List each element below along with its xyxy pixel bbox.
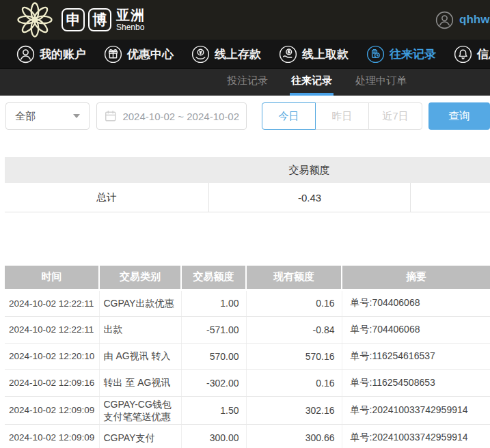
cell-amount: 1.00 [181, 290, 246, 316]
table-row: 2024-10-02 12:09:09 CGPAY支付 300.00 300.6… [5, 424, 490, 448]
user-avatar-icon [435, 11, 454, 29]
cell-note: 单号:116254508653 [342, 369, 490, 396]
cell-type: CGPAY-CG钱包支付笔笔送优惠 [99, 396, 181, 424]
cell-balance: 0.16 [246, 290, 342, 316]
sub-navigation: 投注记录 往来记录 处理中订单 [0, 68, 490, 96]
nav-item-deposit[interactable]: 线上存款 [191, 45, 261, 64]
table-row: 2024-10-02 12:09:09 CGPAY-CG钱包支付笔笔送优惠 1.… [5, 396, 490, 424]
calendar-icon [104, 109, 117, 123]
cell-time: 2024-10-02 12:09:09 [5, 396, 99, 424]
header-note: 摘要 [342, 266, 490, 290]
brand-region-block: 亚洲 Shenbo [116, 8, 145, 31]
cell-note: 单号:202410033742959914 [342, 424, 490, 448]
tab-betting-records[interactable]: 投注记录 [226, 69, 269, 96]
nav-label: 我的账户 [40, 46, 86, 62]
nav-item-my-account[interactable]: 我的账户 [16, 45, 86, 64]
date-range-input[interactable]: 2024-10-02 ~ 2024-10-02 [96, 102, 247, 130]
brand-region-label: 亚洲 [116, 8, 145, 22]
summary-total-row: 总计 -0.43 [5, 183, 490, 212]
brand-char-shen: 申 [62, 8, 85, 31]
today-button[interactable]: 今日 [262, 102, 316, 130]
cell-time: 2024-10-02 12:22:11 [5, 290, 99, 316]
cell-time: 2024-10-02 12:22:11 [5, 316, 99, 343]
nav-label: 优惠中心 [127, 46, 174, 62]
cell-type: 出款 [99, 316, 181, 343]
cell-balance: 570.16 [246, 343, 342, 369]
category-select-value: 全部 [15, 110, 36, 123]
cell-type: CGPAY支付 [99, 424, 181, 448]
table-row: 2024-10-02 12:20:10 由 AG视讯 转入 570.00 570… [5, 343, 490, 369]
tab-pending-orders[interactable]: 处理中订单 [354, 69, 408, 96]
cell-note: 单号:704406068 [342, 316, 490, 343]
summary-header-label: 交易额度 [208, 164, 410, 177]
cell-time: 2024-10-02 12:09:16 [5, 369, 99, 396]
nav-item-withdraw[interactable]: 线上取款 [279, 45, 349, 64]
username-text: qhhw2 [459, 13, 490, 27]
cell-time: 2024-10-02 12:20:10 [5, 343, 99, 369]
cell-note: 单号:202410033742959914 [342, 396, 490, 424]
header-time: 时间 [5, 266, 99, 290]
summary-empty-cell [410, 183, 490, 212]
withdraw-icon [279, 45, 297, 64]
cell-amount: 300.00 [181, 424, 246, 448]
search-button[interactable]: 查询 [428, 102, 490, 130]
brand-en-label: Shenbo [116, 23, 145, 31]
bell-icon [454, 45, 472, 64]
cell-balance: -0.84 [246, 316, 342, 343]
gift-icon [104, 45, 122, 64]
cell-type: CGPAY出款优惠 [99, 290, 181, 316]
nav-item-transaction-records[interactable]: 往来记录 [366, 45, 436, 64]
header-transaction-type: 交易类别 [99, 266, 181, 290]
records-icon [366, 45, 385, 64]
nav-item-messages[interactable]: 信息 [454, 45, 490, 64]
header-transaction-amount: 交易额度 [181, 266, 246, 290]
summary-header-row: 交易额度 [5, 157, 490, 183]
user-account[interactable]: qhhw2 [435, 0, 490, 40]
category-select[interactable]: 全部 [5, 102, 90, 130]
table-row: 2024-10-02 12:22:11 CGPAY出款优惠 1.00 0.16 … [5, 290, 490, 316]
deposit-icon [191, 45, 210, 64]
cell-time: 2024-10-02 12:09:09 [5, 424, 99, 448]
transaction-records-page: { "brand": { "box1": "申", "box2": "博", "… [0, 0, 490, 448]
nav-label: 往来记录 [390, 46, 436, 62]
topbar: 申 博 亚洲 Shenbo qhhw2 [0, 0, 490, 40]
cell-type: 转出 至 AG视讯 [99, 369, 181, 396]
brand-logo[interactable]: 申 博 亚洲 Shenbo [14, 1, 145, 39]
cell-amount: 1.50 [181, 396, 246, 424]
table-row: 2024-10-02 12:22:11 出款 -571.00 -0.84 单号:… [5, 316, 490, 343]
nav-label: 信息 [477, 46, 490, 62]
date-range-value: 2024-10-02 ~ 2024-10-02 [122, 111, 239, 122]
quick-date-button-group: 今日 昨日 近7日 [262, 102, 422, 130]
summary-total-value: -0.43 [208, 183, 410, 212]
cell-amount: -571.00 [181, 316, 246, 343]
header-current-balance: 现有额度 [246, 266, 342, 290]
brand-char-bo: 博 [88, 8, 111, 31]
main-navigation: 我的账户 优惠中心 线上存款 [0, 40, 490, 68]
user-icon [16, 45, 35, 64]
summary-table: 交易额度 总计 -0.43 [5, 157, 490, 212]
yesterday-button[interactable]: 昨日 [315, 102, 369, 130]
nav-label: 线上存款 [215, 46, 261, 62]
records-table-section: 时间 交易类别 交易额度 现有额度 摘要 2024-10-02 12:22:11… [5, 266, 490, 448]
summary-total-label: 总计 [5, 183, 208, 212]
nav-item-promotions[interactable]: 优惠中心 [104, 45, 174, 64]
tab-transaction-records[interactable]: 往来记录 [290, 69, 334, 96]
chevron-down-icon [73, 114, 80, 118]
cell-balance: 302.16 [246, 396, 342, 424]
cell-amount: -302.00 [181, 369, 246, 396]
cell-type: 由 AG视讯 转入 [99, 343, 181, 369]
records-table: 时间 交易类别 交易额度 现有额度 摘要 2024-10-02 12:22:11… [5, 266, 490, 448]
flower-logo-icon [14, 1, 56, 39]
table-header-row: 时间 交易类别 交易额度 现有额度 摘要 [5, 266, 490, 290]
filter-bar: 全部 2024-10-02 ~ 2024-10-02 今日 昨日 近7日 查询 [0, 96, 490, 130]
cell-amount: 570.00 [181, 343, 246, 369]
nav-label: 线上取款 [302, 46, 349, 62]
cell-balance: 0.16 [246, 369, 342, 396]
table-row: 2024-10-02 12:09:16 转出 至 AG视讯 -302.00 0.… [5, 369, 490, 396]
cell-note: 单号:116254616537 [342, 343, 490, 369]
last-7-days-button[interactable]: 近7日 [368, 102, 422, 130]
cell-note: 单号:704406068 [342, 290, 490, 316]
cell-balance: 300.66 [246, 424, 342, 448]
